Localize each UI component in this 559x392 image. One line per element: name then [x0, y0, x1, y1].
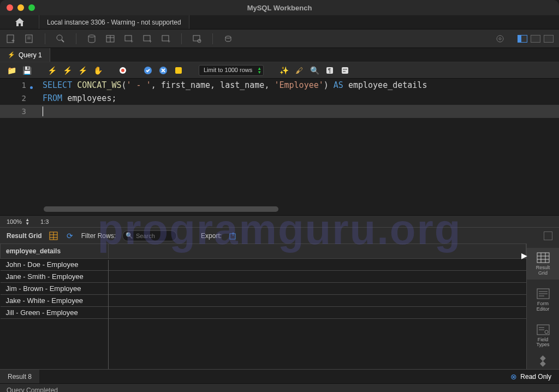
sql-editor[interactable]: 1 SELECT CONCAT_WS(' - ', first_name, la… [0, 79, 559, 215]
lightning-icon: ⚡ [8, 51, 15, 58]
query-tab[interactable]: ⚡ Query 1 [0, 48, 50, 62]
brush-icon[interactable]: 🖌 [294, 66, 304, 75]
status-text: Query Completed [7, 387, 58, 393]
column-separator[interactable] [108, 260, 109, 369]
cell[interactable]: Jane - Smith - Employee [1, 271, 109, 283]
add-view-icon[interactable]: + [142, 33, 153, 44]
no-limit-icon[interactable] [118, 66, 128, 75]
cell[interactable]: John - Doe - Employee [1, 259, 109, 271]
svg-rect-24 [175, 67, 182, 74]
wrap-icon[interactable] [340, 66, 350, 75]
table-row[interactable]: Jill - Green - Employee [1, 307, 526, 319]
field-types-icon [536, 323, 551, 336]
add-table-icon[interactable]: + [123, 33, 134, 44]
rollback-icon[interactable] [158, 66, 168, 75]
home-icon [15, 18, 25, 27]
svg-point-18 [497, 35, 503, 42]
table-icon[interactable] [105, 33, 116, 44]
cell-empty [109, 271, 526, 283]
db-icon[interactable] [86, 33, 97, 44]
add-routine-icon[interactable]: + [160, 33, 171, 44]
form-editor-mode[interactable]: Form Editor [527, 284, 559, 316]
open-file-icon[interactable]: 📁 [7, 66, 16, 75]
column-header[interactable]: employee_details [1, 244, 109, 259]
save-file-icon[interactable]: 💾 [22, 66, 32, 75]
export-icon[interactable] [228, 231, 238, 241]
readonly-indicator: ⊗ Read Only [503, 370, 559, 383]
minimize-window-button[interactable] [17, 4, 24, 11]
zoom-select[interactable]: 100%▲▼ [7, 218, 29, 225]
table-row[interactable]: Jake - White - Employee [1, 295, 526, 307]
cell-empty [109, 307, 526, 319]
svg-rect-33 [537, 253, 549, 263]
maximize-window-button[interactable] [28, 4, 35, 11]
line-number: 2 [0, 94, 33, 103]
titlebar: MySQL Workbench [0, 0, 559, 15]
export-label: Export: [201, 232, 222, 240]
left-panel-toggle[interactable] [518, 35, 527, 43]
invisible-chars-icon[interactable]: ¶ [325, 66, 335, 75]
svg-point-19 [499, 38, 501, 40]
commit-icon[interactable] [143, 66, 153, 75]
expand-toggle[interactable]: ◆◆ [540, 355, 546, 366]
cell-empty [109, 295, 526, 307]
app-title: MySQL Workbench [247, 4, 312, 12]
execute-icon[interactable]: ⚡ [47, 66, 57, 75]
right-panel-toggle[interactable] [544, 35, 554, 43]
new-sql-tab-icon[interactable]: + [5, 33, 16, 44]
open-sql-icon[interactable] [24, 33, 35, 44]
svg-point-3 [57, 35, 62, 40]
find-icon[interactable]: 🔍 [310, 66, 319, 75]
field-types-mode[interactable]: Field Types [527, 320, 559, 352]
result-grid[interactable]: employee_details John - Doe - EmployeeJa… [0, 243, 526, 369]
result-grid-label: Result Grid [7, 232, 42, 240]
svg-text:+: + [168, 39, 170, 44]
execute-current-icon[interactable]: ⚡ [62, 66, 72, 75]
limit-label: Limit to 1000 rows [204, 67, 252, 73]
editor-scrollbar[interactable] [44, 206, 278, 212]
window-controls [7, 4, 35, 11]
explain-icon[interactable]: ⚡ [78, 66, 87, 75]
code-line-1: SELECT CONCAT_WS(' - ', first_name, last… [33, 80, 427, 90]
limit-select[interactable]: Limit to 1000 rows▲▼ [199, 65, 264, 76]
svg-text:+: + [11, 38, 15, 44]
line-number: 3 [0, 107, 33, 116]
close-window-button[interactable] [7, 4, 13, 11]
search-table-icon[interactable] [192, 33, 203, 44]
main-toolbar: + + + + [0, 29, 559, 48]
table-row[interactable]: Jane - Smith - Employee [1, 271, 526, 283]
svg-point-45 [545, 330, 548, 334]
connection-tabs: Local instance 3306 - Warning - not supp… [0, 15, 559, 29]
query-tabs: ⚡ Query 1 [0, 48, 559, 62]
grid-view-icon[interactable] [49, 231, 58, 241]
reconnect-icon[interactable] [223, 33, 234, 44]
cell-empty [109, 283, 526, 295]
result-tab[interactable]: Result 8 [0, 370, 39, 383]
stop-icon[interactable]: ✋ [93, 66, 103, 75]
cell[interactable]: Jake - White - Employee [1, 295, 109, 307]
beautify-icon[interactable]: ✨ [279, 66, 289, 75]
filter-label: Filter Rows: [81, 232, 116, 240]
readonly-label: Read Only [520, 373, 551, 381]
table-row[interactable]: Jim - Brown - Employee [1, 283, 526, 295]
result-tabs: Result 8 ⊗ Read Only [0, 369, 559, 383]
code-line-2: FROM employees; [33, 93, 116, 103]
svg-text:¶: ¶ [328, 68, 331, 74]
search-icon: 🔍 [126, 232, 133, 239]
inspector-icon[interactable] [55, 33, 66, 44]
editor-toolbar: 📁 💾 ⚡ ⚡ ⚡ ✋ Limit to 1000 rows▲▼ ✨ 🖌 🔍 ¶ [0, 62, 559, 79]
gear-icon[interactable] [495, 33, 506, 44]
autocommit-icon[interactable] [174, 66, 183, 75]
refresh-icon[interactable]: ⟳ [65, 231, 75, 241]
svg-text:+: + [149, 39, 152, 44]
result-side-panel: ▶ Result Grid Form Editor Field Types ◆◆ [526, 243, 559, 369]
result-grid-mode[interactable]: ▶ Result Grid [527, 248, 559, 280]
home-tab[interactable] [0, 15, 39, 29]
connection-tab[interactable]: Local instance 3306 - Warning - not supp… [39, 15, 189, 29]
query-tab-label: Query 1 [19, 51, 42, 59]
wrap-cell-toggle[interactable] [544, 231, 552, 240]
bottom-panel-toggle[interactable] [531, 35, 540, 43]
table-row[interactable]: John - Doe - Employee [1, 259, 526, 271]
cell[interactable]: Jill - Green - Employee [1, 307, 109, 319]
cell[interactable]: Jim - Brown - Employee [1, 283, 109, 295]
